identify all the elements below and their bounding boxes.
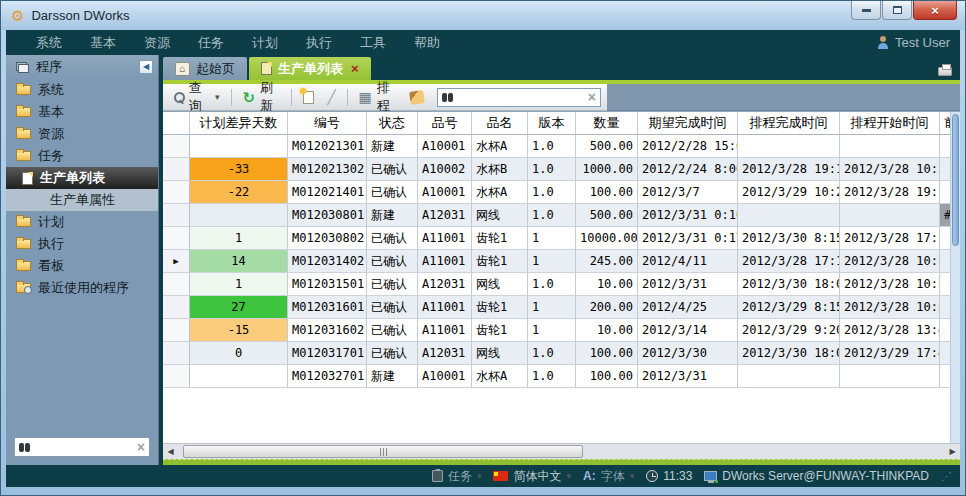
horizontal-scrollbar[interactable]: ◀ ▶ [163, 443, 960, 459]
toolbar-search-clear-icon[interactable]: × [588, 90, 596, 104]
time-label: 11:33 [663, 469, 692, 483]
table-row[interactable]: M012021301新建A10001水杯A1.0500.002012/2/28 … [163, 135, 953, 158]
menu-item-3[interactable]: 任务 [184, 31, 238, 55]
horizontal-scrollbar-thumb[interactable] [183, 445, 583, 458]
row-indicator-cell [163, 181, 190, 204]
sidebar-item-label: 任务 [38, 147, 64, 165]
column-header-1[interactable]: 编号 [288, 112, 367, 135]
sidebar-item-label: 执行 [38, 235, 64, 253]
sidebar-item-0[interactable]: 系统 [6, 79, 158, 101]
sidebar-item-9[interactable]: 最近使用的程序 [6, 277, 158, 299]
tab-close-icon[interactable]: × [351, 62, 359, 75]
user-badge[interactable]: Test User [877, 35, 950, 50]
vertical-scrollbar-thumb[interactable] [952, 114, 959, 246]
close-button[interactable]: × [913, 1, 957, 20]
cell-diff [190, 135, 288, 158]
table-row[interactable]: -22M012021401已确认A10001水杯A1.0100.002012/3… [163, 181, 953, 204]
table-row[interactable]: ▶14M012031402已确认A11001齿轮11245.002012/4/1… [163, 250, 953, 273]
cell-due: 2012/4/25 [638, 296, 738, 319]
resize-grip-icon[interactable]: ⋰ [941, 471, 952, 482]
clean-button[interactable] [406, 89, 428, 106]
broom-icon [409, 90, 425, 105]
tab-home-label: 起始页 [196, 60, 235, 78]
column-header-8[interactable]: 排程完成时间 [738, 112, 840, 135]
task-icon [432, 470, 443, 482]
sidebar-spacer [6, 299, 158, 433]
sidebar-item-2[interactable]: 资源 [6, 123, 158, 145]
menu-item-2[interactable]: 资源 [130, 31, 184, 55]
menu-item-0[interactable]: 系统 [22, 31, 76, 55]
table-row[interactable]: 1M012030802已确认A11001齿轮1110000.002012/3/3… [163, 227, 953, 250]
schedule-label: 排程 [377, 79, 397, 115]
sidebar-items: 系统基本资源任务生产单列表生产单属性计划执行看板最近使用的程序 [6, 79, 158, 299]
cell-status: 已确认 [367, 296, 418, 319]
cell-status: 已确认 [367, 342, 418, 365]
column-header-5[interactable]: 版本 [528, 112, 576, 135]
column-header-7[interactable]: 期望完成时间 [638, 112, 738, 135]
toolbar-search-input[interactable] [459, 90, 584, 104]
sidebar-item-4[interactable]: 生产单列表 [6, 167, 158, 189]
binoculars-icon [19, 442, 32, 453]
column-header-2[interactable]: 状态 [367, 112, 418, 135]
cell-qty: 1000.00 [576, 158, 638, 181]
new-button[interactable] [299, 89, 318, 106]
cell-ver: 1.0 [528, 273, 576, 296]
refresh-icon: ↻ [242, 90, 255, 105]
status-task-menu[interactable]: 任务 ▾ [432, 468, 482, 485]
sidebar-item-7[interactable]: 执行 [6, 233, 158, 255]
title-bar[interactable]: ⚙ Darsson DWorks × [1, 1, 965, 30]
maximize-button[interactable] [882, 1, 912, 20]
scroll-left-icon[interactable]: ◀ [163, 444, 178, 459]
sidebar-item-label: 系统 [38, 81, 64, 99]
toolbar-separator [347, 89, 348, 106]
sidebar-search-clear-icon[interactable]: × [137, 440, 145, 454]
pen-icon: ╱ [327, 90, 335, 104]
printer-icon[interactable] [938, 67, 952, 76]
table-row[interactable]: -15M012031602已确认A11001齿轮1110.002012/3/14… [163, 319, 953, 342]
menu-item-4[interactable]: 计划 [238, 31, 292, 55]
menu-items: 系统基本资源任务计划执行工具帮助 [22, 31, 454, 55]
column-header-6[interactable]: 数量 [576, 112, 638, 135]
menu-item-6[interactable]: 工具 [346, 31, 400, 55]
folder-icon [16, 217, 31, 227]
chevron-down-icon[interactable]: ▾ [215, 92, 220, 102]
sidebar-search-input[interactable] [36, 440, 133, 454]
column-header-9[interactable]: 排程开始时间 [840, 112, 940, 135]
cell-name: 水杯B [472, 158, 528, 181]
status-font-menu[interactable]: A: 字体 ▾ [583, 468, 634, 485]
cell-name: 水杯A [472, 181, 528, 204]
table-row[interactable]: M012030801新建A12031网线1.0500.002012/3/31 0… [163, 204, 953, 227]
vertical-scrollbar[interactable] [950, 112, 960, 443]
menu-item-1[interactable]: 基本 [76, 31, 130, 55]
cell-pn: A12031 [418, 204, 472, 227]
table-row[interactable]: 1M012031501已确认A12031网线1.010.002012/3/312… [163, 273, 953, 296]
column-header-4[interactable]: 品名 [472, 112, 528, 135]
status-language-menu[interactable]: 简体中文 ▾ [493, 468, 571, 485]
cell-pn: A12031 [418, 342, 472, 365]
menu-item-7[interactable]: 帮助 [400, 31, 454, 55]
maximize-icon [893, 6, 902, 14]
sidebar-item-5[interactable]: 生产单属性 [6, 189, 158, 211]
column-header-0[interactable]: 计划差异天数 [190, 112, 288, 135]
sidebar-collapse-button[interactable]: ◀ [139, 60, 153, 74]
table-row[interactable]: 0M012031701已确认A12031网线1.0100.002012/3/30… [163, 342, 953, 365]
toolbar-search-box: × [437, 88, 601, 107]
sidebar-item-6[interactable]: 计划 [6, 211, 158, 233]
table-row[interactable]: -33M012021302已确认A10002水杯B1.01000.002012/… [163, 158, 953, 181]
table-row[interactable]: M012032701新建A10001水杯A1.0100.002012/3/31 [163, 365, 953, 388]
cell-status: 新建 [367, 135, 418, 158]
toolbar-separator [231, 89, 232, 106]
table-row[interactable]: 27M012031601已确认A11001齿轮11200.002012/4/25… [163, 296, 953, 319]
toolbar-filler [607, 84, 960, 111]
sidebar-item-8[interactable]: 看板 [6, 255, 158, 277]
sidebar-item-1[interactable]: 基本 [6, 101, 158, 123]
scroll-right-icon[interactable]: ▶ [945, 444, 960, 459]
menu-item-5[interactable]: 执行 [292, 31, 346, 55]
status-clock: 11:33 [646, 469, 692, 483]
minimize-button[interactable] [851, 1, 881, 20]
column-header-3[interactable]: 品号 [418, 112, 472, 135]
cell-status: 已确认 [367, 250, 418, 273]
cell-diff: -33 [190, 158, 288, 181]
edit-button[interactable]: ╱ [323, 88, 339, 106]
sidebar-item-3[interactable]: 任务 [6, 145, 158, 167]
